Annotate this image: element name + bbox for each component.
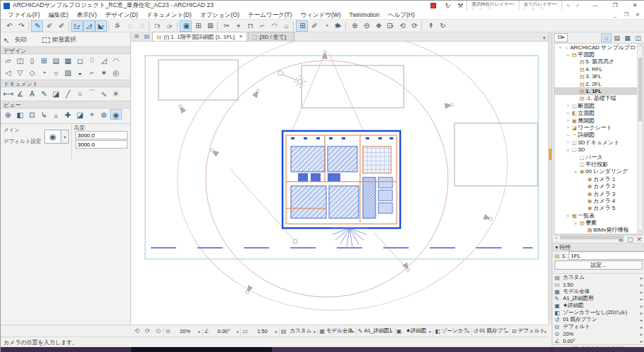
lamp-tool-icon[interactable]: ☼ <box>50 67 62 77</box>
bb-model-view-options[interactable]: ▣ ★詳細図 ▸ <box>395 327 433 336</box>
bb-structure-display[interactable]: ▦ モデル全体 ▸ <box>317 327 356 336</box>
menu-item[interactable]: 編集(E) <box>44 11 73 20</box>
menu-item[interactable]: Twinmotion <box>345 11 384 20</box>
tree-story-4[interactable]: ▤ 4. RFL <box>555 65 637 73</box>
tab-close-icon[interactable]: ✕ <box>239 34 243 39</box>
qo-pen-set[interactable]: ✎ A1_詳細図用 ▸ <box>552 295 644 302</box>
floor-plan-canvas[interactable] <box>131 42 548 325</box>
shell-tool-icon[interactable]: ◠ <box>110 55 122 65</box>
annotate-icon[interactable]: ✐ <box>308 20 320 32</box>
toolbar-icon[interactable] <box>68 21 70 31</box>
tab-3d[interactable]: ▢ [3D / 全て] <box>248 32 295 41</box>
tree-story-minus1[interactable]: ▤ -1. 基礎下端 <box>555 95 637 102</box>
modify-icon[interactable]: ⊞ <box>296 20 308 32</box>
drawing-tool-icon[interactable]: ◪ <box>74 109 86 120</box>
object-tool-icon[interactable]: ◒ <box>74 67 86 77</box>
hotspot-tool-icon[interactable]: ✳ <box>110 88 122 99</box>
tree-floor-plans[interactable]: v ▤ 平面図 <box>555 51 637 58</box>
equipment-tool-icon[interactable]: ⌐ <box>86 67 98 77</box>
orbit-icon[interactable]: ↻ <box>436 20 448 32</box>
teamwork-alert-icon[interactable] <box>431 3 436 8</box>
selected-layers-widget[interactable]: 選択内容のレイヤー: ○ ◇ □ <box>466 1 519 11</box>
zoom-in-icon[interactable]: ⊕ <box>348 20 360 32</box>
bb-orientation[interactable]: ∠ 0.00° ▸ <box>202 327 241 336</box>
chevron-right-icon[interactable]: ▸ <box>640 289 643 294</box>
chevron-right-icon[interactable]: ▸ <box>314 329 316 334</box>
curtain-wall-tool-icon[interactable]: ⌷ <box>86 55 98 65</box>
options-icon[interactable]: ✱▾ <box>332 20 344 32</box>
layer-sync-widget[interactable]: ↻ ↺ <box>562 1 586 11</box>
fit-in-window-icon[interactable]: ⊡▾ <box>384 20 396 32</box>
tree-perspective[interactable]: ▢ パース <box>555 153 637 161</box>
interior-elevation-tool-icon[interactable]: ⊡ <box>26 109 38 120</box>
guide-line-icon[interactable]: ◌ <box>123 20 135 32</box>
qo-orientation[interactable]: ∠ 0.00° ▸ <box>552 337 644 344</box>
tree-expand-icon[interactable]: > <box>565 111 571 115</box>
toolbar-icon[interactable] <box>421 21 423 31</box>
project-chooser-button[interactable]: ⊟▸ <box>554 33 568 42</box>
arc-tool-icon[interactable]: ⌒ <box>86 88 98 99</box>
toolbox-view-header[interactable]: ビュー <box>1 101 130 108</box>
railing-tool-icon[interactable]: ◔ <box>38 67 50 77</box>
qo-graphic-override[interactable]: ◧ ゾーンカラーなし(2Dのみ) ▸ <box>552 309 644 316</box>
story-name-input[interactable] <box>569 251 644 260</box>
door-tool-icon[interactable]: ◫ <box>14 55 26 65</box>
label-tool-icon[interactable]: ✎ <box>38 88 50 99</box>
layers-dialog-icon[interactable]: ▣ <box>180 20 192 32</box>
inject-parameters-icon[interactable]: ✐ <box>55 20 67 32</box>
bb-layer-combination[interactable]: ▤ カスタム ▸ <box>279 327 318 336</box>
next-zoom-icon[interactable]: ⟳ <box>408 20 420 32</box>
close-button[interactable]: ✕ <box>625 1 644 11</box>
tree-rendering-path[interactable]: v ◉ 00 レンダリング <box>555 168 637 175</box>
menu-item[interactable]: ドキュメント(D) <box>142 11 196 20</box>
chevron-right-icon[interactable]: ▸ <box>640 332 643 337</box>
tree-expand-icon[interactable]: > <box>565 133 571 137</box>
settings-button[interactable]: 設定... <box>555 260 643 270</box>
walk-mode-icon[interactable]: ↟ <box>424 20 436 32</box>
chevron-right-icon[interactable]: ▸ <box>506 329 508 334</box>
tree-details[interactable]: > ◔ 詳細図 <box>555 132 637 139</box>
tree-story-5[interactable]: ▤ 5. 最高高さ <box>555 58 637 65</box>
next-zoom-button[interactable]: ⟳ <box>142 327 153 334</box>
angle-dimension-tool-icon[interactable]: ∡ <box>14 88 26 99</box>
tree-expand-icon[interactable]: v <box>573 221 578 225</box>
chevron-right-icon[interactable]: ▸ <box>640 339 643 344</box>
tree-expand-icon[interactable]: v <box>565 213 571 218</box>
dimension-tool-icon[interactable]: ⟷ <box>2 88 14 99</box>
pan-icon[interactable]: ❖ <box>372 20 384 32</box>
elevation-tool-icon[interactable]: ◧ <box>14 109 26 120</box>
column-tool-icon[interactable]: ⊞ <box>38 55 50 65</box>
camera-default-settings-button[interactable]: ◉ <box>44 130 61 144</box>
chevron-right-icon[interactable]: ▸ <box>640 325 643 329</box>
marquee-mode-icon[interactable]: □▾ <box>151 20 163 32</box>
send-receive-icon[interactable]: ↻ <box>445 2 451 9</box>
chevron-right-icon[interactable]: ▸ <box>640 275 643 280</box>
mesh-tool-icon[interactable]: ▽ <box>14 67 26 77</box>
scroll-right-icon[interactable]: ˃ <box>640 236 642 240</box>
menu-item[interactable]: ウィンドウ(W) <box>296 11 345 20</box>
fillet-icon[interactable]: ◠ <box>268 20 280 32</box>
nav-new-viewpoint-button[interactable]: ▢ <box>627 236 633 243</box>
properties-header[interactable]: ▾ 特性 <box>552 243 644 251</box>
scrollbar-thumb[interactable] <box>638 58 642 121</box>
chevron-right-icon[interactable]: ▸ <box>468 329 470 334</box>
section-tool-icon[interactable]: ⊕ <box>2 109 14 120</box>
tab-overview-icon[interactable]: ⊞ <box>131 32 142 41</box>
all-layers-widget[interactable]: 全てのレイヤー: ○ ◇ □ <box>519 1 562 11</box>
target-height-input[interactable] <box>75 140 128 149</box>
wall-tool-icon[interactable]: ▱ <box>2 55 14 65</box>
chevron-right-icon[interactable]: ▸ <box>640 310 643 315</box>
toolbar-icon[interactable] <box>28 21 30 31</box>
toolbar-icon[interactable] <box>109 21 110 31</box>
scroll-left-icon[interactable]: ˂ <box>555 236 557 240</box>
menu-item[interactable]: オプション(O) <box>196 11 244 20</box>
circle-tool-icon[interactable]: ○ <box>74 88 86 99</box>
zoom-out-icon[interactable]: ⊖ <box>360 20 372 32</box>
snap-points-icon[interactable]: ◣▾ <box>95 20 107 32</box>
toolbar-icon[interactable] <box>293 21 295 31</box>
rotate-icon[interactable]: ◔ <box>320 20 332 32</box>
tree-sections[interactable]: > ◫ 断面図 <box>555 102 637 109</box>
tree-elements[interactable]: v ▤ 要素 <box>555 219 637 226</box>
scroll-down-icon[interactable]: ˅ <box>638 230 643 234</box>
chevron-right-icon[interactable]: ▸ <box>640 303 643 308</box>
